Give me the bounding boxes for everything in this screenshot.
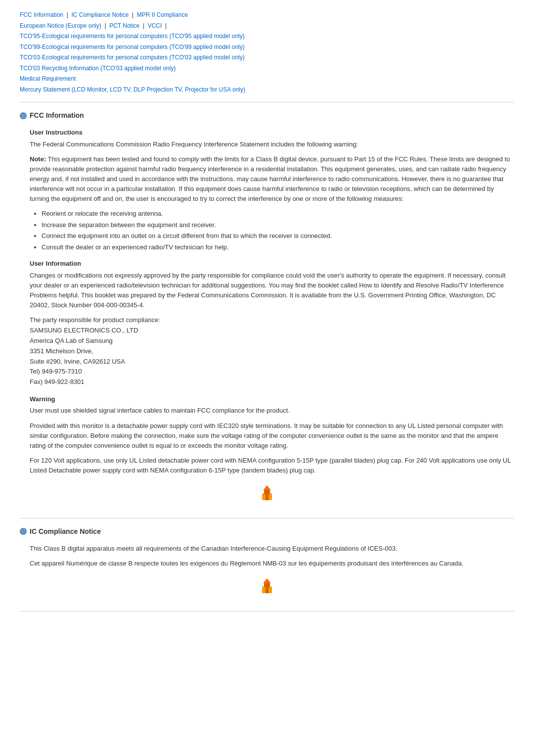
user-information-subsection: User Information Changes or modification… [30,259,514,387]
warning-heading: Warning [30,394,514,404]
user-instructions-heading: User Instructions [30,128,514,138]
nav-link-mpr[interactable]: MPR II Compliance [137,11,188,18]
svg-marker-2 [263,485,271,490]
warning-subsection: Warning User must use shielded signal in… [30,394,514,475]
fcc-section-header: FCC Information [20,110,514,121]
nav-link-fcc[interactable]: FCC Information [20,11,63,18]
ic-section-title: IC Compliance Notice [30,526,101,537]
ic-section: IC Compliance Notice This Class B digita… [20,526,514,599]
svg-marker-6 [263,578,271,583]
nav-link-medical[interactable]: Medical Requirement [20,75,76,82]
fcc-top-button[interactable] [257,483,277,506]
nav-line-1: FCC Information | IC Compliance Notice |… [20,10,514,20]
nav-link-mercury[interactable]: Mercury Statement (LCD Monitor, LCD TV, … [20,86,245,93]
ic-section-header: IC Compliance Notice [20,526,514,537]
nav-link-pct[interactable]: PCT Notice [109,22,139,29]
nav-line-8: Mercury Statement (LCD Monitor, LCD TV, … [20,85,514,94]
nav-line-3: TCO'95-Ecological requirements for perso… [20,31,514,41]
warning-para2: Provided with this monitor is a detachab… [30,421,514,451]
list-item: Consult the dealer or an experienced rad… [42,242,514,252]
address-line-5: Fax) 949-922-8301 [30,377,514,387]
ic-content: This Class B digital apparatus meets all… [30,544,514,568]
svg-rect-3 [266,493,268,500]
nav-link-tco99[interactable]: TCO'99-Ecological requirements for perso… [20,44,245,50]
nav-line-4: TCO'99-Ecological requirements for perso… [20,42,514,52]
nav-link-tco03[interactable]: TCO'03-Ecological requirements for perso… [20,54,245,61]
svg-rect-7 [266,586,268,593]
top-divider [20,102,514,102]
address-line-0: SAMSUNG ELECTRONICS CO., LTD [30,326,514,336]
note-text: This equipment has been tested and found… [30,155,510,203]
navigation-links: FCC Information | IC Compliance Notice |… [20,10,514,94]
user-information-heading: User Information [30,259,514,269]
user-instructions-subsection: User Instructions The Federal Communicat… [30,128,514,252]
nav-link-vcci[interactable]: VCCI [148,22,162,29]
address-block: The party responsible for product compli… [30,315,514,387]
ic-para2: Cet appareil Numérique de classe B respe… [30,559,514,568]
party-label: The party responsible for product compli… [30,315,514,326]
nav-link-european[interactable]: European Notice (Europe only) [20,22,101,29]
note-label: Note: [30,155,46,163]
top-icon [257,483,277,503]
note-paragraph: Note: This equipment has been tested and… [30,154,514,204]
fcc-top-button-container [20,483,514,506]
address-line-2: 3351 Michelson Drive, [30,346,514,357]
nav-link-tco03-recycling[interactable]: TCO'03 Recycling Information (TCO'03 app… [20,65,176,72]
nav-line-7: Medical Requirement [20,74,514,84]
nav-line-6: TCO'03 Recycling Information (TCO'03 app… [20,63,514,73]
ic-bullet-icon [20,528,27,535]
warning-para1: User must use shielded signal interface … [30,406,514,416]
user-instructions-para1: The Federal Communications Commission Ra… [30,140,514,149]
ic-para1: This Class B digital apparatus meets all… [30,544,514,554]
ic-top-button-container [20,576,514,599]
list-item: Connect the equipment into an outlet on … [42,231,514,241]
list-item: Increase the separation between the equi… [42,220,514,230]
user-information-para1: Changes or modifications not expressly a… [30,271,514,311]
nav-line-2: European Notice (Europe only) | PCT Noti… [20,21,514,31]
nav-link-tco95[interactable]: TCO'95-Ecological requirements for perso… [20,33,245,40]
address-line-3: Suite #290, Irvine, CA92612 USA [30,357,514,367]
fcc-section: FCC Information User Instructions The Fe… [20,110,514,506]
top-icon-2 [257,576,277,596]
fcc-bullet-icon [20,112,27,119]
nav-line-5: TCO'03-Ecological requirements for perso… [20,52,514,62]
list-item: Reorient or relocate the receiving anten… [42,209,514,219]
middle-divider [20,518,514,519]
warning-para3: For 120 Volt applications, use only UL L… [30,456,514,475]
nav-link-ic[interactable]: IC Compliance Notice [71,11,129,18]
bottom-divider [20,611,514,612]
measures-list: Reorient or relocate the receiving anten… [42,209,514,252]
address-line-4: Tel) 949-975-7310 [30,367,514,377]
fcc-section-title: FCC Information [30,110,84,121]
address-line-1: America QA Lab of Samsung [30,336,514,346]
ic-top-button[interactable] [257,576,277,599]
